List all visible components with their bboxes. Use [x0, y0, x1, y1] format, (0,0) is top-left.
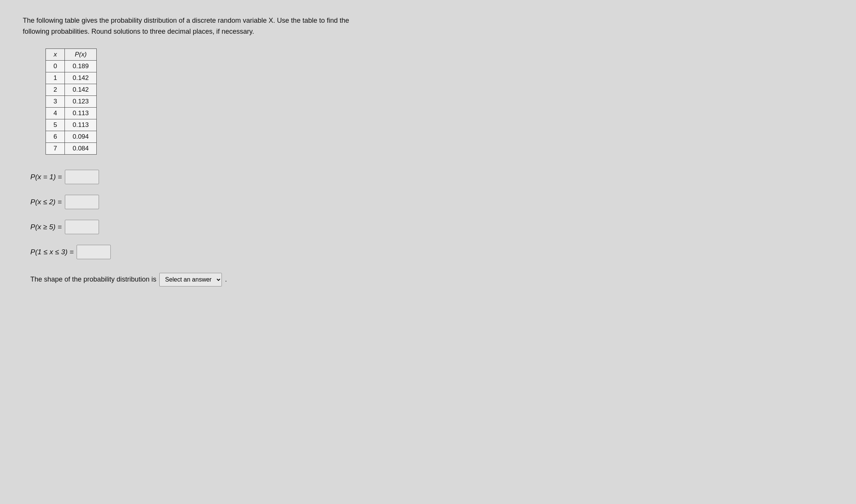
table-row: 40.113	[46, 107, 97, 119]
table-cell-x: 5	[46, 119, 65, 131]
question-row-1: P(x = 1) =	[30, 170, 364, 184]
table-cell-x: 2	[46, 84, 65, 95]
shape-question-prefix: The shape of the probability distributio…	[30, 275, 156, 283]
shape-select[interactable]: Select an answerLeft skewedRight skewedS…	[159, 273, 222, 286]
table-row: 30.123	[46, 95, 97, 107]
col-header-px: P(x)	[65, 49, 97, 60]
table-row: 70.084	[46, 142, 97, 154]
question-label-3: P(x ≥ 5) =	[30, 223, 62, 231]
problem-description: The following table gives the probabilit…	[23, 15, 364, 37]
period: .	[225, 275, 227, 283]
table-cell-px: 0.123	[65, 95, 97, 107]
question-row-2: P(x ≤ 2) =	[30, 195, 364, 209]
table-row: 60.094	[46, 131, 97, 142]
question-label-1: P(x = 1) =	[30, 173, 62, 181]
table-cell-px: 0.113	[65, 107, 97, 119]
table-cell-px: 0.084	[65, 142, 97, 154]
answer-input-3[interactable]	[65, 220, 99, 234]
table-cell-px: 0.113	[65, 119, 97, 131]
table-cell-x: 1	[46, 72, 65, 84]
col-header-x: x	[46, 49, 65, 60]
shape-question-row: The shape of the probability distributio…	[30, 273, 364, 286]
question-label-4: P(1 ≤ x ≤ 3) =	[30, 248, 74, 256]
table-cell-x: 4	[46, 107, 65, 119]
table-cell-px: 0.142	[65, 84, 97, 95]
table-row: 10.142	[46, 72, 97, 84]
probability-table: x P(x) 00.18910.14220.14230.12340.11350.…	[46, 49, 97, 155]
question-row-4: P(1 ≤ x ≤ 3) =	[30, 245, 364, 259]
main-container: The following table gives the probabilit…	[23, 15, 364, 286]
table-cell-px: 0.142	[65, 72, 97, 84]
questions-section: P(x = 1) = P(x ≤ 2) = P(x ≥ 5) = P(1 ≤ x…	[30, 170, 364, 286]
table-cell-x: 3	[46, 95, 65, 107]
table-cell-x: 0	[46, 60, 65, 72]
table-row: 00.189	[46, 60, 97, 72]
table-cell-x: 7	[46, 142, 65, 154]
question-row-3: P(x ≥ 5) =	[30, 220, 364, 234]
table-row: 50.113	[46, 119, 97, 131]
table-cell-x: 6	[46, 131, 65, 142]
table-row: 20.142	[46, 84, 97, 95]
question-label-2: P(x ≤ 2) =	[30, 198, 62, 206]
table-cell-px: 0.189	[65, 60, 97, 72]
answer-input-2[interactable]	[65, 195, 99, 209]
table-cell-px: 0.094	[65, 131, 97, 142]
answer-input-1[interactable]	[65, 170, 99, 184]
answer-input-4[interactable]	[77, 245, 111, 259]
